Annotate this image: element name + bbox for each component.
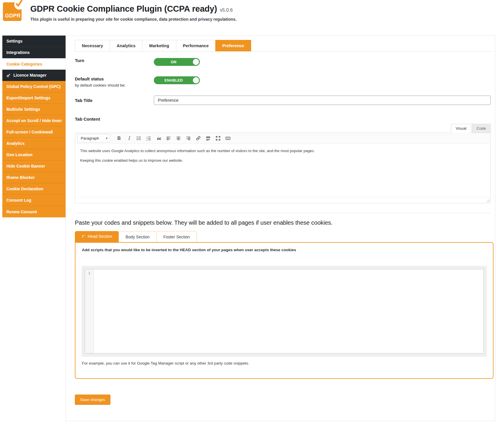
category-tab-bar: Necessary Analytics Marketing Performanc…	[75, 40, 491, 52]
sidebar-item-label: Geo Location	[6, 152, 32, 157]
page-subtitle: This plugin is useful in preparing your …	[30, 17, 237, 22]
section-tab-label: Footer Section	[163, 235, 190, 239]
editor-paragraph: This website uses Google Analytics to co…	[80, 148, 485, 154]
sidebar-item-analytics[interactable]: Analytics	[2, 138, 66, 149]
tab-analytics[interactable]: Analytics	[110, 40, 142, 51]
tab-body-section[interactable]: Body Section	[119, 231, 157, 242]
keyboard-shortcuts-button[interactable]	[223, 134, 232, 142]
tab-marketing[interactable]: Marketing	[142, 40, 176, 51]
snippets-heading: Paste your codes and snippets below. The…	[75, 219, 491, 226]
sidebar-item-fullscreen-cookiewall[interactable]: Full-screen / Cookiewall	[2, 126, 66, 138]
align-center-button[interactable]	[174, 134, 183, 142]
align-center-icon	[176, 136, 181, 141]
sidebar-item-multisite[interactable]: Multisite Settings	[2, 104, 66, 115]
head-section-note: Add scripts that you would like to be in…	[75, 243, 493, 257]
sidebar-item-integrations[interactable]: Integrations	[2, 47, 66, 58]
code-editor-container: 1	[82, 266, 487, 357]
tab-preference[interactable]: Preference	[215, 40, 251, 51]
tab-content-textarea[interactable]: This website uses Google Analytics to co…	[75, 144, 490, 197]
align-left-button[interactable]	[164, 134, 173, 142]
checkmark-icon	[13, 0, 24, 10]
sidebar-item-label: Integrations	[6, 50, 30, 55]
code-input-area[interactable]	[94, 269, 483, 353]
default-status-sublabel: by default cookies should be:	[75, 83, 154, 87]
sidebar-item-label: Renew Consent	[6, 210, 37, 214]
toggle-knob	[192, 77, 200, 84]
sidebar-item-label: Consent Log	[6, 198, 31, 203]
sidebar-item-cookie-declaration[interactable]: Cookie Declaration	[2, 183, 66, 195]
link-icon	[195, 136, 201, 141]
tab-head-section[interactable]: Head Section	[75, 231, 119, 242]
sidebar-item-label: Iframe Blocker	[6, 175, 35, 180]
tab-footer-section[interactable]: Footer Section	[156, 231, 197, 242]
tab-performance[interactable]: Performance	[176, 40, 216, 51]
italic-button[interactable]: I	[124, 134, 133, 142]
example-note: For example, you can use it for Google T…	[75, 357, 493, 378]
code-mode-tab[interactable]: Code	[472, 124, 491, 133]
align-right-button[interactable]	[184, 134, 193, 142]
numbered-list-button[interactable]: 123	[144, 134, 153, 142]
sidebar-item-label: Cookie Declaration	[6, 187, 43, 191]
settings-sidebar: Settings Integrations Cookie Categories …	[2, 36, 66, 217]
blockquote-icon	[156, 136, 161, 141]
section-tab-label: Head Section	[88, 234, 112, 239]
bold-button[interactable]: B	[114, 134, 124, 142]
sidebar-item-gpc[interactable]: Global Policy Control (GPC)	[2, 81, 66, 92]
paragraph-dropdown-label: Paragraph	[81, 136, 99, 140]
default-status-label: Default status	[75, 76, 154, 81]
snippet-section-tabs: Head Section Body Section Footer Section	[75, 231, 491, 242]
sidebar-item-cookie-categories[interactable]: Cookie Categories	[2, 58, 66, 70]
visual-mode-tab[interactable]: Visual	[451, 124, 471, 133]
resize-handle[interactable]	[486, 199, 490, 203]
sidebar-item-iframe-blocker[interactable]: Iframe Blocker	[2, 172, 66, 183]
sidebar-item-label: Multisite Settings	[6, 107, 40, 112]
tab-necessary[interactable]: Necessary	[75, 40, 110, 51]
editor-mode-tabs: Visual Code	[75, 124, 491, 133]
sidebar-item-label: Cookie Categories	[6, 62, 42, 66]
turn-toggle[interactable]: ON	[154, 58, 200, 66]
save-changes-button[interactable]: Save changes	[75, 395, 110, 405]
read-more-button[interactable]	[204, 134, 213, 142]
chevron-down-icon: ▾	[106, 136, 108, 140]
sidebar-item-export-import[interactable]: Export/Import Settings	[2, 92, 66, 104]
sidebar-item-geo-location[interactable]: Geo Location	[2, 149, 66, 161]
tab-content-label: Tab Content	[75, 117, 491, 122]
sidebar-item-label: Global Policy Control (GPC)	[6, 84, 61, 89]
align-left-icon	[166, 136, 171, 141]
default-status-row: Default status by default cookies should…	[75, 76, 491, 87]
default-status-toggle[interactable]: ENABLED	[154, 76, 200, 84]
plugin-header: GDPR GDPR Cookie Compliance Plugin (CCPA…	[3, 2, 237, 22]
key-icon	[6, 73, 11, 78]
sidebar-item-label: Analytics	[6, 141, 24, 146]
bold-icon: B	[117, 136, 121, 141]
sidebar-item-accept-on-scroll[interactable]: Accept on Scroll / Hide timer	[2, 115, 66, 126]
cookie-categories-panel: Necessary Analytics Marketing Performanc…	[66, 36, 495, 421]
bulleted-list-button[interactable]	[134, 134, 143, 142]
bulleted-list-icon	[136, 136, 142, 141]
insert-link-button[interactable]	[194, 134, 203, 142]
turn-toggle-state: ON	[171, 60, 177, 64]
tab-content-editor: Visual Code Paragraph ▾ B I 123	[75, 124, 491, 203]
editor-toolbar: Paragraph ▾ B I 123	[75, 133, 490, 144]
sidebar-item-settings[interactable]: Settings	[2, 36, 66, 47]
tab-title-row: Tab Title	[75, 96, 491, 105]
toggle-knob	[192, 58, 200, 66]
sidebar-item-renew-consent[interactable]: Renew Consent	[2, 206, 66, 217]
sidebar-item-hide-cookie-banner[interactable]: Hide Cookie Banner	[2, 161, 66, 172]
line-number: 1	[88, 271, 91, 275]
tab-title-input[interactable]	[154, 96, 491, 105]
fullscreen-button[interactable]	[214, 134, 223, 142]
italic-icon: I	[128, 136, 130, 141]
sidebar-item-label: Settings	[6, 39, 22, 43]
fullscreen-icon	[215, 136, 221, 141]
svg-text:3: 3	[146, 139, 147, 141]
default-status-toggle-state: ENABLED	[164, 78, 183, 82]
sidebar-item-consent-log[interactable]: Consent Log	[2, 195, 66, 206]
sidebar-item-licence-manager[interactable]: Licence Manager	[2, 70, 66, 81]
turn-row: Turn ON	[75, 58, 491, 66]
plugin-version: v5.0.6	[220, 8, 233, 13]
paragraph-style-dropdown[interactable]: Paragraph ▾	[77, 134, 110, 142]
section-divider	[75, 213, 491, 213]
gdpr-logo: GDPR	[3, 2, 22, 21]
blockquote-button[interactable]	[154, 134, 163, 142]
